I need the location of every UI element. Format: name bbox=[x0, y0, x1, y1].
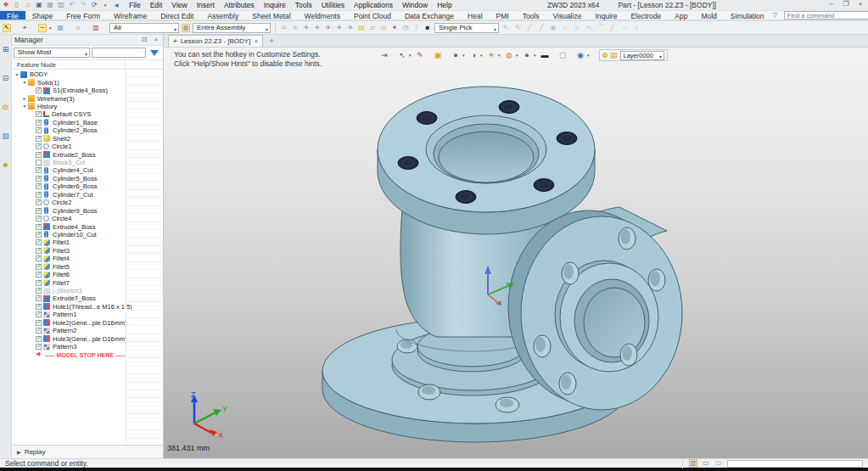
viewport-canvas[interactable]: You can set the hotkey in Customize Sett… bbox=[164, 48, 868, 458]
visibility-checkbox[interactable] bbox=[36, 183, 42, 189]
plane-3-icon[interactable]: ✈ bbox=[324, 24, 333, 32]
visibility-checkbox[interactable] bbox=[36, 239, 42, 245]
scope-select[interactable]: Entire Assembly bbox=[193, 23, 271, 33]
collapse-ribbon-icon[interactable]: ◀ bbox=[112, 1, 120, 9]
menu-item[interactable]: Edit bbox=[150, 1, 163, 9]
redo-icon[interactable]: ↷ bbox=[79, 1, 87, 9]
ribbon-tab[interactable]: Mold bbox=[694, 11, 723, 20]
float-panel-icon[interactable]: ⊡ bbox=[140, 36, 148, 44]
visibility-checkbox[interactable] bbox=[36, 176, 42, 182]
align-right-icon[interactable]: ≡ bbox=[291, 24, 300, 32]
plane-2-icon[interactable]: ✈ bbox=[313, 24, 322, 32]
ribbon-tab[interactable]: PMI bbox=[490, 11, 516, 20]
close-tab-icon[interactable]: × bbox=[254, 37, 258, 45]
pick-filter-icon[interactable]: ↖ bbox=[398, 51, 406, 59]
menu-item[interactable]: Inquire bbox=[264, 1, 286, 9]
new-file-icon[interactable]: ▯ bbox=[13, 1, 21, 9]
align-left-icon[interactable]: ≡ bbox=[280, 24, 288, 32]
visibility-checkbox[interactable] bbox=[36, 192, 42, 198]
menu-item[interactable]: Help bbox=[437, 1, 451, 9]
plane-5-icon[interactable]: ✈ bbox=[346, 24, 355, 32]
box-icon[interactable]: ▣ bbox=[434, 51, 442, 59]
ribbon-tab[interactable]: Shape bbox=[25, 11, 60, 20]
save-icon[interactable]: ▣ bbox=[35, 1, 43, 9]
visibility-checkbox[interactable] bbox=[36, 311, 42, 317]
frame-icon[interactable]: ▢ bbox=[558, 51, 567, 59]
visibility-checkbox[interactable] bbox=[36, 167, 42, 173]
folder-open-icon[interactable]: ▱ bbox=[368, 24, 377, 32]
visibility-checkbox[interactable] bbox=[36, 328, 42, 334]
expander-icon[interactable]: ▾ bbox=[21, 104, 28, 109]
ribbon-tab[interactable]: App bbox=[668, 11, 694, 20]
light-icon[interactable]: ☀ bbox=[487, 51, 496, 59]
visibility-checkbox[interactable] bbox=[36, 208, 42, 214]
menu-item[interactable]: Window bbox=[402, 1, 428, 9]
rotate-swirl-icon[interactable]: ◉ bbox=[576, 51, 585, 59]
visibility-checkbox[interactable] bbox=[36, 152, 42, 158]
import-icon[interactable]: ▨ bbox=[57, 1, 65, 9]
plane-1-icon[interactable]: ✈ bbox=[302, 24, 311, 32]
close-panel-icon[interactable]: × bbox=[152, 36, 160, 44]
menu-item[interactable]: Tools bbox=[295, 1, 312, 9]
new-tab-button[interactable]: + bbox=[265, 36, 278, 47]
app-logo-icon[interactable]: ❖ bbox=[2, 1, 10, 9]
document-tab[interactable]: + Lesson 22.Z3 - [BODY] × bbox=[168, 35, 263, 47]
export-sheet-icon[interactable]: ⇥ bbox=[380, 51, 389, 59]
add-entity-icon[interactable]: + bbox=[20, 24, 29, 32]
ribbon-tab[interactable]: Simulation bbox=[724, 11, 771, 20]
chart-icon[interactable]: ▥ bbox=[92, 24, 100, 32]
plane-4-icon[interactable]: ✈ bbox=[335, 24, 344, 32]
material-sphere-icon[interactable]: ● bbox=[523, 51, 531, 59]
visibility-checkbox[interactable] bbox=[36, 111, 42, 117]
ribbon-tab[interactable]: File bbox=[0, 11, 25, 20]
visibility-checkbox[interactable] bbox=[36, 224, 42, 230]
menu-item[interactable]: Applications bbox=[354, 1, 393, 9]
visibility-checkbox[interactable] bbox=[36, 280, 42, 286]
folder-data-icon[interactable]: ▱ bbox=[379, 24, 388, 32]
undo-icon[interactable]: ↶ bbox=[68, 1, 76, 9]
ribbon-tab[interactable]: Data Exchange bbox=[398, 11, 461, 20]
ribbon-tab[interactable]: Visualize bbox=[546, 11, 589, 20]
user-tab-icon[interactable]: ☻ bbox=[2, 160, 10, 169]
show-filter-select[interactable]: Show Most bbox=[14, 48, 90, 58]
visibility-checkbox[interactable] bbox=[36, 288, 42, 294]
ribbon-tab[interactable]: Point Cloud bbox=[347, 11, 398, 20]
visibility-checkbox[interactable] bbox=[36, 295, 42, 301]
visibility-checkbox[interactable] bbox=[36, 199, 42, 205]
close-button[interactable]: × bbox=[856, 0, 865, 8]
visibility-checkbox[interactable] bbox=[36, 87, 42, 93]
assembly-tree-icon[interactable]: ⊟ bbox=[2, 74, 10, 82]
monitor-icon[interactable]: ▭ bbox=[702, 459, 710, 468]
link-icon[interactable]: ✦ bbox=[390, 24, 399, 32]
visibility-checkbox[interactable] bbox=[36, 304, 42, 310]
ribbon-tab[interactable]: Assembly bbox=[200, 11, 245, 20]
filter-type-select[interactable]: All bbox=[109, 23, 179, 33]
scope-globe-icon[interactable]: ◍ bbox=[182, 24, 190, 32]
image-add-icon[interactable]: ▦ bbox=[56, 24, 64, 32]
manager-tab-icon[interactable]: ⊞ bbox=[2, 45, 10, 53]
remove-entity-icon[interactable]: − bbox=[38, 24, 47, 32]
visibility-checkbox[interactable] bbox=[36, 255, 42, 261]
visibility-checkbox[interactable] bbox=[36, 264, 42, 270]
section-icon[interactable]: ▬ bbox=[540, 51, 549, 59]
visibility-checkbox[interactable] bbox=[36, 248, 42, 254]
ribbon-tab[interactable]: Heal bbox=[461, 11, 489, 20]
visibility-checkbox[interactable] bbox=[36, 320, 42, 326]
layer-select[interactable]: Layer0000 bbox=[620, 51, 664, 60]
pick-mode-select[interactable]: Single Pick bbox=[434, 23, 499, 33]
layer-stack-icon[interactable]: ▤ bbox=[357, 24, 366, 32]
visibility-checkbox[interactable] bbox=[36, 160, 42, 165]
menu-item[interactable]: View bbox=[171, 1, 187, 9]
earth-icon[interactable]: ◍ bbox=[2, 103, 10, 111]
visibility-checkbox[interactable] bbox=[36, 120, 42, 126]
visibility-checkbox[interactable] bbox=[36, 136, 42, 142]
ribbon-tab[interactable]: Wireframe bbox=[107, 11, 154, 20]
regen-icon[interactable]: ⟳ bbox=[90, 1, 98, 9]
tree-search-input[interactable] bbox=[92, 48, 146, 58]
visibility-checkbox[interactable] bbox=[36, 127, 42, 133]
open-file-icon[interactable]: ▱ bbox=[24, 1, 32, 9]
ribbon-tab[interactable]: Tools bbox=[516, 11, 546, 20]
stop-icon[interactable]: ■ bbox=[423, 24, 432, 32]
minimize-button[interactable]: − bbox=[827, 0, 836, 8]
ribbon-tab[interactable]: Weldments bbox=[298, 11, 347, 20]
